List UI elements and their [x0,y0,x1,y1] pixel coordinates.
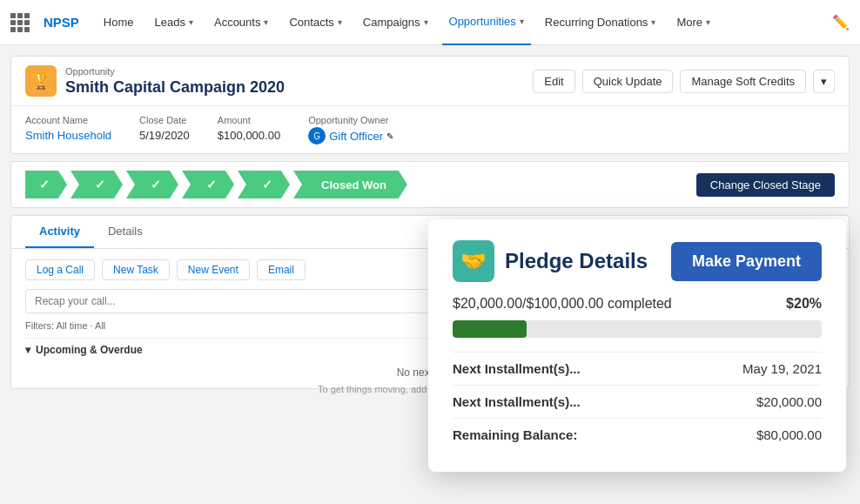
pledge-row-label-2: Remaining Balance: [453,427,577,442]
new-event-button[interactable]: New Event [177,259,250,280]
pledge-row-label-1: Next Installment(s)... [453,394,581,409]
close-date-label: Close Date [139,115,190,125]
stage-step-3: ✓ [126,171,178,198]
chevron-down-icon: ▾ [338,17,342,27]
email-button[interactable]: Email [257,259,306,280]
make-payment-button[interactable]: Make Payment [671,242,822,281]
pledge-header: 🤝 Pledge Details Make Payment [453,240,822,282]
filters-label: Filters: All time · All [25,320,105,331]
main-content: 🏆 Opportunity Smith Capital Campaign 202… [0,45,860,400]
pledge-row-value-0: May 19, 2021 [742,361,822,376]
log-a-call-button[interactable]: Log a Call [25,259,95,280]
opportunity-actions: Edit Quick Update Manage Soft Credits ▾ [533,70,835,93]
opportunity-header: 🏆 Opportunity Smith Capital Campaign 202… [11,57,849,106]
brand-logo: NPSP [44,15,79,30]
nav-campaigns[interactable]: Campaigns ▾ [356,0,435,45]
stage-step-4: ✓ [182,171,234,198]
progress-bar-fill [453,320,527,338]
chevron-down-icon: ▾ [264,17,268,27]
change-closed-stage-button[interactable]: Change Closed Stage [696,173,835,197]
owner-change-icon[interactable]: ✎ [386,131,393,141]
amount-field: Amount $100,000.00 [218,115,280,144]
chevron-down-icon: ▾ [25,344,30,356]
owner-field: Opportunity Owner G Gift Officer ✎ [308,115,393,144]
account-name-field: Account Name Smith Household [25,115,111,144]
chevron-down-icon: ▾ [189,17,193,27]
stage-step-2: ✓ [71,171,123,198]
nav-more[interactable]: More ▾ [669,0,717,45]
nav-recurring-donations[interactable]: Recurring Donations ▾ [538,0,663,45]
nav-contacts[interactable]: Contacts ▾ [282,0,348,45]
amount-label: Amount [218,115,280,125]
amount-value: $100,000.00 [218,129,280,142]
app-launcher[interactable] [10,13,30,32]
pledge-title-area: 🤝 Pledge Details [453,240,648,282]
chevron-down-icon: ▾ [651,17,655,27]
progress-bar [453,320,822,338]
edit-button[interactable]: Edit [533,70,574,93]
nav-accounts[interactable]: Accounts ▾ [207,0,275,45]
close-date-field: Close Date 5/19/2020 [139,115,190,144]
pledge-percentage: $20% [786,296,822,312]
pledge-completed-text: $20,000.00/$100,000.00 completed [453,296,672,312]
nav-opportunities[interactable]: Opportunities ▾ [442,0,531,45]
opportunity-fields: Account Name Smith Household Close Date … [11,106,849,153]
manage-soft-credits-button[interactable]: Manage Soft Credits [680,70,806,93]
stage-step-1: ✓ [25,171,67,198]
pledge-row-1: Next Installment(s)... $20,000.00 [453,386,822,419]
pledge-details-popup: 🤝 Pledge Details Make Payment $20,000.00… [428,219,846,472]
navbar: NPSP Home Leads ▾ Accounts ▾ Contacts ▾ … [0,0,860,45]
opportunity-icon: 🏆 [25,65,57,97]
pledge-icon: 🤝 [453,240,494,282]
tab-details[interactable]: Details [94,216,157,248]
owner-label: Opportunity Owner [308,115,393,125]
pledge-row-0: Next Installment(s)... May 19, 2021 [453,353,822,386]
opportunity-type-label: Opportunity [65,66,285,77]
quick-update-button[interactable]: Quick Update [582,70,674,93]
stage-step-5: ✓ [238,171,290,198]
edit-icon[interactable]: ✏️ [832,14,850,30]
pledge-progress-row: $20,000.00/$100,000.00 completed $20% [453,296,822,312]
account-name-label: Account Name [25,115,111,125]
chevron-down-icon: ▾ [424,17,428,27]
account-name-value[interactable]: Smith Household [25,129,111,142]
opportunity-card: 🏆 Opportunity Smith Capital Campaign 202… [10,56,850,154]
new-task-button[interactable]: New Task [102,259,170,280]
stage-step-closed-won: Closed Won [293,171,407,198]
nav-home[interactable]: Home [97,0,141,45]
chevron-down-icon: ▾ [706,17,710,27]
close-date-value: 5/19/2020 [139,129,190,142]
nav-leads[interactable]: Leads ▾ [148,0,200,45]
owner-value[interactable]: Gift Officer [329,130,383,143]
opportunity-name: Smith Capital Campaign 2020 [65,78,285,97]
opportunity-title-area: 🏆 Opportunity Smith Capital Campaign 202… [25,65,285,97]
stage-bar: ✓ ✓ ✓ ✓ ✓ Closed Won Change Closed Stage [10,161,850,208]
pledge-row-2: Remaining Balance: $80,000.00 [453,419,822,451]
pledge-row-value-1: $20,000.00 [756,394,822,409]
actions-dropdown-button[interactable]: ▾ [813,70,835,93]
pledge-row-label-0: Next Installment(s)... [453,361,581,376]
pledge-details-table: Next Installment(s)... May 19, 2021 Next… [453,352,822,451]
pledge-row-value-2: $80,000.00 [756,427,822,442]
chevron-down-icon: ▾ [520,17,524,26]
tab-activity[interactable]: Activity [25,216,94,248]
pledge-title: Pledge Details [505,249,648,273]
owner-avatar: G [308,127,326,144]
